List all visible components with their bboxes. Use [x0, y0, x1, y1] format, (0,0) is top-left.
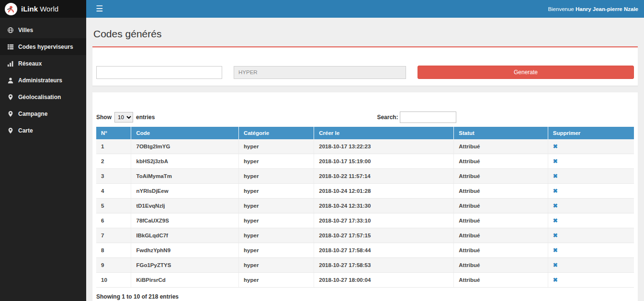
- row-status: Attribué: [454, 273, 548, 288]
- row-category: hyper: [239, 139, 314, 154]
- row-code: 7OBtg2lmYG: [131, 139, 239, 154]
- search-control: Search:: [377, 111, 456, 123]
- row-category: hyper: [239, 213, 314, 228]
- column-header-num[interactable]: N°: [96, 127, 131, 139]
- sidebar-item-label: Réseaux: [18, 60, 42, 67]
- table-row: 10 KiBPirsrCd hyper 2018-10-27 18:00:04 …: [96, 273, 634, 288]
- row-number: 10: [96, 273, 131, 288]
- delete-icon[interactable]: ✖: [553, 188, 558, 194]
- table-footer: Showing 1 to 10 of 218 entries Previous1…: [96, 293, 634, 301]
- table-row: 1 7OBtg2lmYG hyper 2018-10-17 13:22:23 A…: [96, 139, 634, 154]
- row-delete-cell: ✖: [548, 169, 634, 184]
- delete-icon[interactable]: ✖: [553, 262, 558, 268]
- app-window: iLink World Villes Codes hyperviseurs Ré…: [0, 0, 644, 301]
- table-row: 2 kbHS2j3zbA hyper 2018-10-17 15:19:00 A…: [96, 154, 634, 169]
- row-created: 2018-10-22 11:57:14: [314, 169, 454, 184]
- delete-icon[interactable]: ✖: [553, 158, 558, 165]
- sidebar-toggle-icon[interactable]: ☰: [92, 4, 107, 14]
- sidebar-item-campagne[interactable]: Campagne: [0, 105, 86, 122]
- row-delete-cell: ✖: [548, 139, 634, 154]
- table-row: 9 FGo1PyZTYS hyper 2018-10-27 17:58:53 A…: [96, 258, 634, 273]
- row-created: 2018-10-27 17:58:44: [314, 243, 454, 258]
- row-created: 2018-10-27 18:00:04: [314, 273, 454, 288]
- delete-icon[interactable]: ✖: [553, 202, 558, 209]
- row-delete-cell: ✖: [548, 243, 634, 258]
- row-delete-cell: ✖: [548, 273, 634, 288]
- codes-table-panel: Show 10 entries Search: N°: [92, 92, 638, 301]
- row-delete-cell: ✖: [548, 213, 634, 228]
- sidebar-item-reseaux[interactable]: Réseaux: [0, 55, 86, 72]
- row-category: hyper: [239, 154, 314, 169]
- page-length-control: Show 10 entries: [96, 112, 155, 123]
- main-area: ☰ Bienvenue Hanry Jean-pierre Nzale Code…: [86, 0, 644, 301]
- row-status: Attribué: [454, 199, 548, 213]
- map-marker-icon: [7, 93, 14, 100]
- row-code: IBkGLqdC7f: [131, 228, 239, 243]
- row-category: hyper: [239, 228, 314, 243]
- row-status: Attribué: [454, 154, 548, 169]
- delete-icon[interactable]: ✖: [553, 143, 558, 150]
- delete-icon[interactable]: ✖: [553, 277, 558, 283]
- row-created: 2018-10-24 12:01:28: [314, 184, 454, 199]
- row-code: 78fCaUXZ9S: [131, 213, 239, 228]
- row-category: hyper: [239, 243, 314, 258]
- row-number: 5: [96, 199, 131, 213]
- table-row: 6 78fCaUXZ9S hyper 2018-10-27 17:33:10 A…: [96, 213, 634, 228]
- row-status: Attribué: [454, 139, 548, 154]
- row-status: Attribué: [454, 169, 548, 184]
- table-row: 3 ToAiMymaTm hyper 2018-10-22 11:57:14 A…: [96, 169, 634, 184]
- sidebar-item-administrateurs[interactable]: Administrateurs: [0, 72, 86, 89]
- row-number: 2: [96, 154, 131, 169]
- row-code: FGo1PyZTYS: [131, 258, 239, 273]
- list-icon: [7, 43, 14, 50]
- row-number: 3: [96, 169, 131, 184]
- sidebar-item-label: Géolocalisation: [18, 94, 61, 100]
- category-input[interactable]: [234, 66, 406, 79]
- table-row: 5 tD1EvqNzlj hyper 2018-10-24 12:31:30 A…: [96, 199, 634, 213]
- delete-icon[interactable]: ✖: [553, 217, 558, 224]
- page-length-select[interactable]: 10: [114, 112, 133, 123]
- row-created: 2018-10-27 17:33:10: [314, 213, 454, 228]
- row-code: nYRIsDjEew: [131, 184, 239, 199]
- map-marker-icon: [7, 110, 14, 117]
- row-created: 2018-10-17 13:22:23: [314, 139, 454, 154]
- signal-bars-icon: [7, 60, 14, 67]
- table-header-row: N° Code Catégorie Créer le Statut Suppri…: [96, 127, 634, 139]
- sidebar-item-geolocalisation[interactable]: Géolocalisation: [0, 89, 86, 105]
- delete-icon[interactable]: ✖: [553, 173, 558, 179]
- generate-button[interactable]: Generate: [418, 66, 634, 79]
- delete-icon[interactable]: ✖: [553, 247, 558, 254]
- row-delete-cell: ✖: [548, 184, 634, 199]
- sidebar-item-villes[interactable]: Villes: [0, 22, 86, 38]
- sidebar-item-label: Carte: [18, 127, 33, 134]
- row-created: 2018-10-24 12:31:30: [314, 199, 454, 213]
- search-label: Search:: [377, 114, 398, 121]
- row-delete-cell: ✖: [548, 199, 634, 213]
- row-category: hyper: [239, 273, 314, 288]
- row-created: 2018-10-27 17:58:53: [314, 258, 454, 273]
- column-header-code[interactable]: Code: [131, 127, 239, 139]
- page-content: Codes générés Generate Show 10: [86, 18, 644, 301]
- row-number: 6: [96, 213, 131, 228]
- row-delete-cell: ✖: [548, 258, 634, 273]
- column-header-category[interactable]: Catégorie: [239, 127, 314, 139]
- row-category: hyper: [239, 169, 314, 184]
- app-title: iLink World: [21, 5, 58, 13]
- delete-icon[interactable]: ✖: [553, 232, 558, 239]
- sidebar-item-label: Campagne: [18, 111, 47, 117]
- row-category: hyper: [239, 184, 314, 199]
- sidebar-item-carte[interactable]: Carte: [0, 122, 86, 139]
- search-input[interactable]: [400, 111, 456, 123]
- row-code: KiBPirsrCd: [131, 273, 239, 288]
- row-created: 2018-10-27 17:57:15: [314, 228, 454, 243]
- column-header-delete[interactable]: Supprimer: [548, 127, 634, 139]
- row-delete-cell: ✖: [548, 228, 634, 243]
- column-header-created[interactable]: Créer le: [314, 127, 454, 139]
- app-brand: iLink World: [0, 0, 86, 18]
- row-status: Attribué: [454, 228, 548, 243]
- sidebar-item-codes-hyperviseurs[interactable]: Codes hyperviseurs: [0, 38, 86, 55]
- row-code: kbHS2j3zbA: [131, 154, 239, 169]
- quantity-input[interactable]: [96, 66, 222, 79]
- column-header-status[interactable]: Statut: [454, 127, 548, 139]
- sidebar-menu: Villes Codes hyperviseurs Réseaux Admini…: [0, 18, 86, 139]
